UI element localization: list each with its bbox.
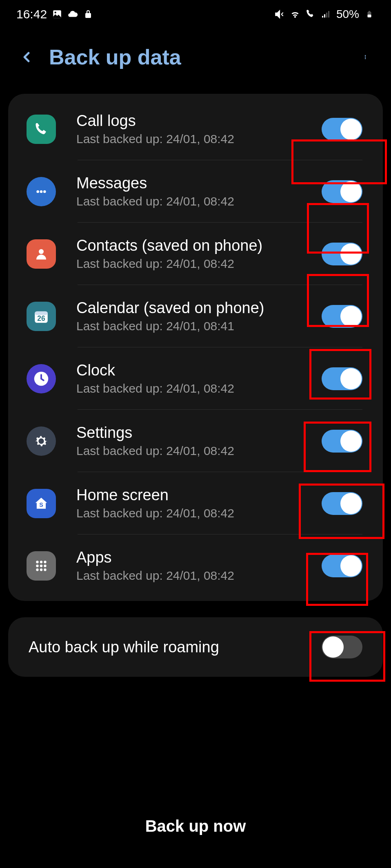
svg-point-12: [36, 190, 39, 193]
toggle-clock[interactable]: [322, 367, 362, 390]
toggle-apps[interactable]: [322, 554, 362, 577]
svg-point-13: [40, 190, 43, 193]
svg-point-24: [36, 564, 38, 567]
svg-rect-7: [368, 15, 371, 18]
item-subtitle: Last backed up: 24/01, 08:42: [76, 444, 322, 458]
image-icon: [52, 9, 62, 20]
item-subtitle: Last backed up: 24/01, 08:42: [76, 382, 322, 395]
svg-text:S: S: [39, 501, 43, 508]
item-title: Apps: [76, 549, 322, 566]
svg-point-1: [55, 12, 56, 13]
clock-text: 16:42: [16, 7, 47, 21]
item-title: Messages: [76, 174, 322, 192]
toggle-contacts[interactable]: [322, 243, 362, 265]
item-clock[interactable]: Clock Last backed up: 24/01, 08:42: [8, 347, 383, 410]
row-text: Call logs Last backed up: 24/01, 08:42: [76, 112, 322, 146]
item-contacts[interactable]: Contacts (saved on phone) Last backed up…: [8, 223, 383, 285]
messages-icon: [27, 177, 56, 206]
item-subtitle: Last backed up: 24/01, 08:41: [76, 319, 322, 333]
svg-point-11: [365, 58, 366, 60]
toggle-calendar[interactable]: [322, 305, 362, 328]
row-text: Contacts (saved on phone) Last backed up…: [76, 237, 322, 271]
backup-items-list: Call logs Last backed up: 24/01, 08:42 M…: [8, 94, 383, 601]
toggle-settings[interactable]: [322, 430, 362, 453]
svg-point-21: [36, 561, 38, 563]
item-messages[interactable]: Messages Last backed up: 24/01, 08:42: [8, 160, 383, 223]
item-title: Clock: [76, 362, 322, 379]
svg-point-14: [43, 190, 46, 193]
toggle-call-logs[interactable]: [322, 118, 362, 141]
more-menu-button[interactable]: [358, 49, 375, 65]
svg-point-26: [44, 564, 46, 567]
svg-point-27: [36, 568, 38, 571]
svg-point-22: [40, 561, 42, 563]
item-settings[interactable]: Settings Last backed up: 24/01, 08:42: [8, 410, 383, 472]
item-home-screen[interactable]: S Home screen Last backed up: 24/01, 08:…: [8, 472, 383, 534]
svg-rect-5: [328, 11, 329, 18]
item-call-logs[interactable]: Call logs Last backed up: 24/01, 08:42: [8, 98, 383, 160]
svg-rect-2: [322, 16, 323, 18]
toggle-messages[interactable]: [322, 180, 362, 203]
item-subtitle: Last backed up: 24/01, 08:42: [76, 569, 322, 583]
svg-point-28: [40, 568, 42, 571]
row-text: Clock Last backed up: 24/01, 08:42: [76, 362, 322, 395]
contacts-icon: [27, 239, 56, 269]
backup-now-button[interactable]: Back up now: [0, 817, 391, 835]
roaming-title: Auto back up while roaming: [29, 638, 219, 656]
cloud-icon: [67, 9, 78, 20]
lock-icon: [83, 9, 93, 20]
page-title: Back up data: [49, 45, 358, 69]
toggle-roaming[interactable]: [322, 636, 362, 658]
item-calendar[interactable]: 26 Calendar (saved on phone) Last backed…: [8, 285, 383, 347]
call-icon: [305, 9, 316, 20]
item-subtitle: Last backed up: 24/01, 08:42: [76, 194, 322, 208]
footer: Back up now: [0, 817, 391, 835]
item-title: Call logs: [76, 112, 322, 130]
svg-point-15: [39, 249, 44, 254]
svg-rect-3: [324, 14, 325, 18]
svg-point-29: [44, 568, 46, 571]
item-title: Settings: [76, 424, 322, 442]
wifi-icon: [290, 9, 300, 20]
svg-point-9: [365, 55, 366, 56]
row-text: Home screen Last backed up: 24/01, 08:42: [76, 486, 322, 520]
svg-text:26: 26: [37, 314, 45, 322]
calendar-icon: 26: [27, 302, 56, 331]
item-title: Home screen: [76, 486, 322, 504]
settings-icon: [27, 426, 56, 456]
battery-percent: 50%: [336, 8, 359, 21]
auto-backup-roaming[interactable]: Auto back up while roaming: [8, 617, 383, 677]
svg-rect-8: [369, 11, 371, 12]
back-button[interactable]: [16, 47, 37, 67]
svg-point-10: [365, 57, 366, 58]
signal-icon: [321, 9, 331, 20]
item-subtitle: Last backed up: 24/01, 08:42: [76, 506, 322, 520]
svg-rect-4: [326, 13, 327, 18]
row-text: Calendar (saved on phone) Last backed up…: [76, 299, 322, 333]
status-bar: 16:42 50%: [0, 0, 391, 29]
item-apps[interactable]: Apps Last backed up: 24/01, 08:42: [8, 534, 383, 597]
mute-icon: [274, 9, 285, 20]
battery-icon: [364, 9, 375, 20]
home-icon: S: [27, 489, 56, 518]
row-text: Apps Last backed up: 24/01, 08:42: [76, 549, 322, 583]
item-subtitle: Last backed up: 24/01, 08:42: [76, 132, 322, 146]
item-subtitle: Last backed up: 24/01, 08:42: [76, 257, 322, 271]
page-header: Back up data: [0, 29, 391, 94]
svg-point-25: [40, 564, 42, 567]
phone-icon: [27, 115, 56, 144]
toggle-home-screen[interactable]: [322, 492, 362, 515]
apps-icon: [27, 551, 56, 581]
row-text: Messages Last backed up: 24/01, 08:42: [76, 174, 322, 208]
clock-icon: [27, 364, 56, 393]
svg-point-23: [44, 561, 46, 563]
item-title: Calendar (saved on phone): [76, 299, 322, 317]
item-title: Contacts (saved on phone): [76, 237, 322, 254]
row-text: Settings Last backed up: 24/01, 08:42: [76, 424, 322, 458]
